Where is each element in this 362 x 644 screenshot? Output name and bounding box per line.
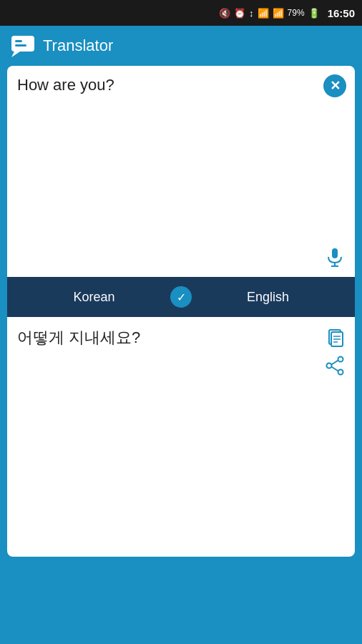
copy-button[interactable] xyxy=(323,326,346,348)
clear-button[interactable]: ✕ xyxy=(323,74,346,97)
mute-icon: 🔇 xyxy=(219,8,230,19)
chat-bubble-icon xyxy=(10,33,36,59)
sync-icon: ↕ xyxy=(249,8,254,19)
source-language[interactable]: Korean xyxy=(7,290,181,305)
signal-icon: 📶 xyxy=(273,8,284,19)
app-title: Translator xyxy=(43,36,113,55)
wifi-icon: 📶 xyxy=(258,8,269,19)
swap-languages-button[interactable]: ✓ xyxy=(170,286,192,308)
target-language[interactable]: English xyxy=(181,290,355,305)
battery-text: 79% xyxy=(288,8,305,18)
share-icon xyxy=(325,356,345,376)
clear-icon: ✕ xyxy=(330,79,341,92)
svg-line-15 xyxy=(331,361,338,365)
svg-point-12 xyxy=(338,357,343,362)
mic-icon xyxy=(325,247,345,267)
main-content: How are you? ✕ Korean ✓ English 어떻게 지내세요… xyxy=(7,66,355,557)
input-text: How are you? xyxy=(17,76,114,94)
target-language-label: English xyxy=(247,290,289,305)
status-icons: 🔇 ⏰ ↕ 📶 📶 79% 🔋 16:50 xyxy=(219,7,355,19)
svg-rect-2 xyxy=(15,40,22,42)
battery-icon: 🔋 xyxy=(308,8,320,19)
output-card: 어떻게 지내세요? xyxy=(7,317,355,557)
svg-rect-0 xyxy=(11,36,34,52)
language-bar: Korean ✓ English xyxy=(7,277,355,317)
alarm-icon: ⏰ xyxy=(234,8,245,19)
svg-rect-4 xyxy=(332,248,338,258)
status-bar: 🔇 ⏰ ↕ 📶 📶 79% 🔋 16:50 xyxy=(0,0,362,26)
share-button[interactable] xyxy=(323,354,346,377)
input-card: How are you? ✕ xyxy=(7,66,355,277)
check-icon: ✓ xyxy=(177,291,186,304)
copy-icon xyxy=(325,327,345,347)
svg-point-14 xyxy=(338,370,343,375)
svg-line-16 xyxy=(331,367,338,371)
svg-point-13 xyxy=(327,364,332,369)
svg-rect-3 xyxy=(15,44,26,47)
output-text: 어떻게 지내세요? xyxy=(17,328,140,346)
status-time: 16:50 xyxy=(328,7,355,19)
source-language-label: Korean xyxy=(73,290,114,305)
svg-marker-1 xyxy=(11,52,20,57)
bottom-bar xyxy=(0,601,362,644)
mic-button[interactable] xyxy=(323,245,346,268)
app-header: Translator xyxy=(0,26,362,66)
